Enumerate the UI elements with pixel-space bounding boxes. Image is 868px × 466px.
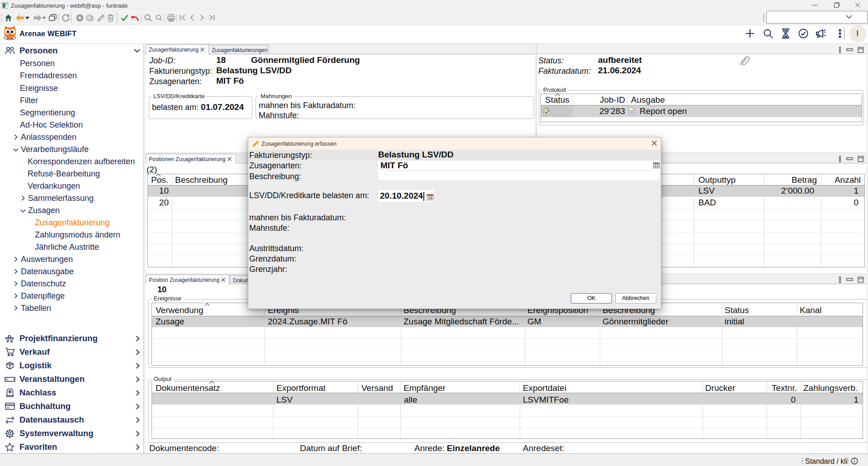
svg-text:15: 15 xyxy=(428,196,432,200)
